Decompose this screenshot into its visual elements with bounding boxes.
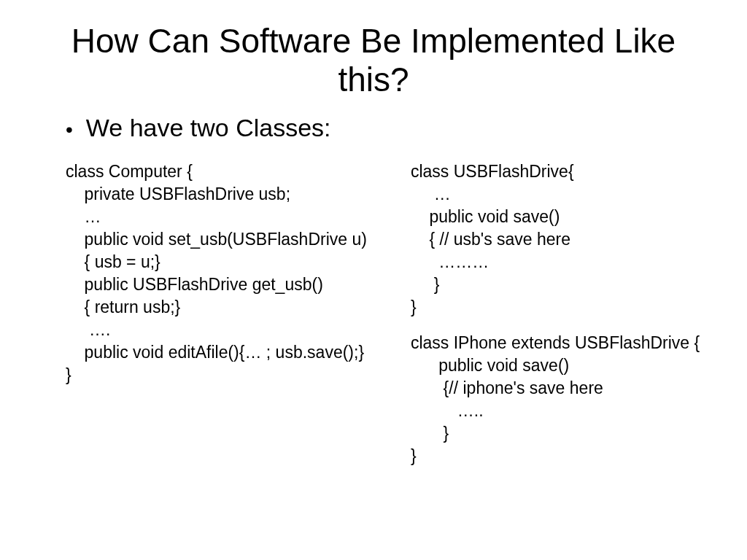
slide-title: How Can Software Be Implemented Like thi…: [44, 22, 703, 99]
code-iphone-class: class IPhone extends USBFlashDrive { pub…: [411, 332, 703, 467]
left-column: class Computer { private USBFlashDrive u…: [44, 160, 367, 468]
content-columns: class Computer { private USBFlashDrive u…: [44, 160, 703, 468]
right-column: class USBFlashDrive{ … public void save(…: [396, 160, 703, 468]
code-computer-class: class Computer { private USBFlashDrive u…: [66, 160, 367, 386]
bullet-item: We have two Classes:: [66, 114, 703, 142]
bullet-text: We have two Classes:: [86, 114, 331, 142]
code-usbflashdrive-class: class USBFlashDrive{ … public void save(…: [411, 160, 703, 319]
